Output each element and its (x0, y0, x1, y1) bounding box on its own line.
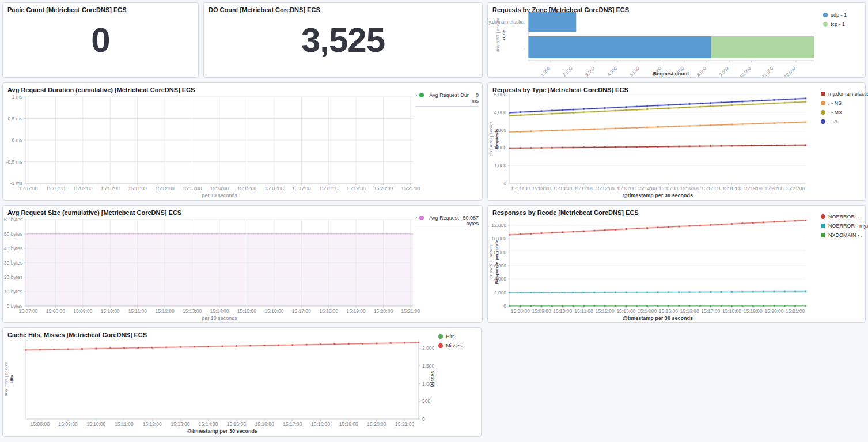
x-tick-label: 15:09:00 (532, 186, 551, 191)
series-marker (604, 128, 606, 130)
bar-segment-udp[interactable] (528, 36, 711, 58)
category-label: my.domain.elastic. (488, 19, 525, 25)
series-marker (520, 233, 521, 235)
series-marker (699, 305, 701, 307)
x-tick-label: 9,000 (718, 66, 730, 77)
series-marker (25, 349, 27, 351)
series-marker (520, 111, 521, 113)
bar-segment-tcp[interactable] (711, 36, 814, 58)
series-marker (774, 305, 775, 307)
right-tick-label: 2,000 (422, 345, 435, 351)
legend-label[interactable]: Avg Request Dura.. (429, 92, 469, 98)
chevron-right-icon[interactable]: › (415, 215, 417, 220)
y-axis-label: dns://:53 | serverResponse per rcode (488, 239, 499, 284)
x-tick-label: 15:20:00 (374, 186, 393, 191)
legend-item[interactable]: . - A (821, 119, 868, 124)
series-marker (583, 292, 585, 293)
series-marker (774, 103, 775, 104)
series-marker (418, 342, 420, 343)
series-marker (264, 345, 266, 346)
series-marker (562, 112, 563, 114)
rcode-legend: NOERROR - . NOERROR - my.dom... NXDOMAIN… (821, 214, 868, 241)
legend-item-misses[interactable]: Misses (438, 343, 462, 349)
x-axis-title: Request count (653, 71, 689, 77)
legend-item[interactable]: NOERROR - . (821, 214, 868, 220)
series-marker (626, 228, 627, 230)
requests-by-zone-chart[interactable]: my.domain.elastic..1,0002,0003,0004,0005… (488, 3, 865, 77)
series-color-dot (821, 101, 825, 105)
bar-segment-udp[interactable] (528, 12, 576, 32)
series-marker (763, 222, 764, 224)
x-tick-label: 15:19:00 (347, 308, 366, 314)
series-marker (742, 305, 744, 307)
series-marker (348, 343, 350, 345)
legend-item[interactable]: NOERROR - my.dom... (821, 223, 868, 229)
series-marker (222, 346, 223, 347)
series-marker (509, 131, 511, 133)
series-marker (636, 106, 638, 108)
series-marker (657, 126, 659, 128)
size-plot: 15:07:0015:08:0015:09:0015:10:0015:11:00… (3, 206, 482, 322)
legend-item-hits[interactable]: Hits (438, 334, 462, 339)
legend-label: . - A (828, 119, 837, 124)
x-tick-label: 15:15:00 (237, 308, 256, 314)
series-marker (583, 129, 585, 130)
x-tick-label: 15:10:00 (101, 308, 120, 314)
y-tick-label: 1,000 (494, 163, 507, 168)
series-marker (784, 221, 786, 222)
series-marker (774, 122, 775, 124)
tick-label: Requests (494, 128, 499, 149)
legend-item[interactable]: . - NS (821, 100, 868, 106)
series-marker (541, 130, 543, 132)
legend-item-udp[interactable]: udp - 1 (823, 12, 847, 18)
x-tick-label: 15:08:00 (31, 421, 50, 427)
x-tick-label: 15:07:00 (18, 308, 37, 314)
series-marker (594, 111, 596, 112)
legend-label: udp - 1 (831, 12, 847, 18)
series-marker (594, 108, 596, 109)
y-tick-label: 2,000 (494, 290, 507, 296)
series-marker (805, 97, 807, 99)
x-tick-label: 15:17:00 (701, 308, 720, 314)
series-marker (668, 305, 669, 307)
x-tick-label: 15:21:00 (395, 421, 414, 427)
avg-request-duration-chart[interactable]: 15:07:0015:08:0015:09:0015:10:0015:11:00… (3, 83, 482, 200)
x-tick-label: 15:21:00 (786, 308, 805, 314)
responses-by-rcode-chart[interactable]: 15:08:0015:09:0015:10:0015:11:0015:12:00… (488, 206, 865, 322)
x-tick-label: 15:20:00 (374, 308, 393, 314)
legend-item[interactable]: NXDOMAIN - . (821, 232, 868, 238)
series-marker (53, 349, 55, 350)
legend-item[interactable]: my.domain.elastic. - A (821, 91, 868, 97)
legend-label[interactable]: Avg Request ... (429, 215, 460, 221)
legend-value: 0 ms (472, 92, 479, 104)
series-marker (551, 232, 553, 233)
legend-item[interactable]: . - MX (821, 109, 868, 115)
requests-by-type-chart[interactable]: 15:08:0015:09:0015:10:0015:11:0015:12:00… (488, 83, 865, 200)
x-tick-label: 15:19:00 (339, 421, 358, 427)
series-marker (678, 104, 680, 105)
legend-value-number: 0 (472, 92, 479, 98)
series-marker (573, 292, 574, 293)
series-marker (668, 146, 669, 148)
series-marker (615, 110, 616, 112)
series-marker (784, 102, 786, 104)
series-marker (721, 102, 722, 104)
cache-hits-misses-chart[interactable]: 15:08:0015:09:0015:10:0015:11:0015:12:00… (3, 328, 481, 436)
series-marker (678, 305, 680, 307)
avg-request-size-chart[interactable]: 15:07:0015:08:0015:09:0015:10:0015:11:00… (3, 206, 482, 322)
series-marker (731, 101, 733, 103)
series-marker (541, 305, 543, 307)
legend-item-tcp[interactable]: tcp - 1 (823, 21, 847, 27)
x-tick-label: 15:08:00 (46, 308, 65, 314)
series-marker (509, 292, 511, 293)
chevron-right-icon[interactable]: › (415, 92, 417, 97)
series-marker (752, 222, 754, 224)
series-marker (594, 292, 596, 293)
x-tick-label: 15:09:00 (532, 308, 551, 314)
series-marker (721, 124, 722, 126)
x-tick-label: 15:15:00 (659, 186, 678, 191)
x-tick-label: 2,000 (562, 66, 574, 77)
x-tick-label: 15:14:00 (210, 308, 229, 314)
x-tick-label: 15:11:00 (574, 186, 593, 191)
series-marker (604, 292, 606, 293)
